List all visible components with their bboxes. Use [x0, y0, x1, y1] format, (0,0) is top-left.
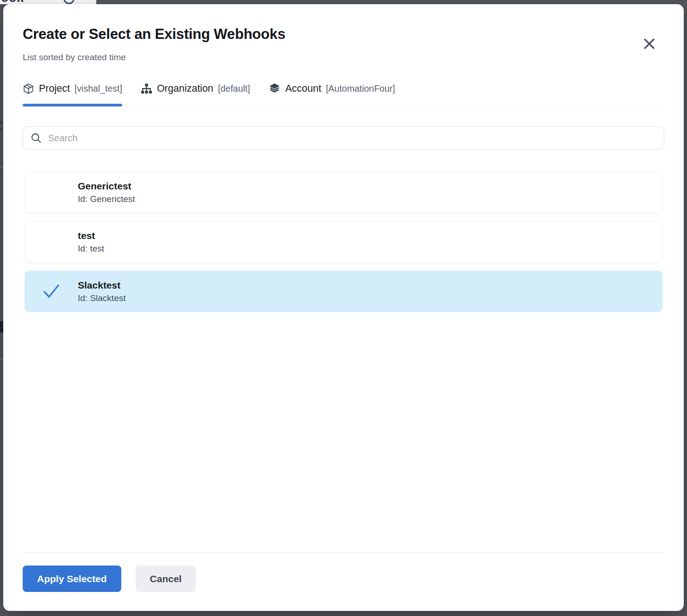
- webhook-id: Id: Generictest: [78, 194, 135, 204]
- underlying-edge-mark: [0, 121, 2, 124]
- list-item-test[interactable]: test Id: test: [25, 221, 662, 263]
- scope-tabs: Project [vishal_test] Organization [defa…: [23, 82, 664, 106]
- underlying-cut-text: ook: [1, 0, 24, 4]
- search-input[interactable]: [42, 127, 664, 149]
- item-text: test Id: test: [78, 230, 104, 254]
- webhook-name: test: [78, 230, 104, 241]
- underlying-edge-mark: [0, 321, 3, 333]
- tab-context: [default]: [218, 83, 250, 94]
- webhook-name: Slacktest: [78, 280, 126, 291]
- tab-context: [vishal_test]: [75, 83, 122, 94]
- list-item-slacktest[interactable]: Slacktest Id: Slacktest: [25, 270, 662, 312]
- modal-title: Create or Select an Existing Webhooks: [23, 26, 285, 43]
- underlying-edge-mark: [0, 128, 2, 131]
- webhook-list: Generictest Id: Generictest test Id: tes…: [25, 171, 662, 320]
- footer-divider: [23, 553, 664, 553]
- item-text: Slacktest Id: Slacktest: [78, 280, 126, 303]
- cancel-button[interactable]: Cancel: [136, 566, 196, 592]
- underlying-edge-mark: [0, 359, 3, 360]
- tab-label: Project: [39, 83, 70, 94]
- underlying-page-fragment: ook: [0, 0, 96, 4]
- close-icon: [643, 38, 656, 50]
- underlying-edge-mark: [0, 335, 3, 336]
- check-slot: [25, 283, 78, 299]
- tab-account[interactable]: Account [AutomationFour]: [269, 82, 395, 105]
- check-slot: [25, 184, 78, 200]
- footer: Apply Selected Cancel: [23, 566, 196, 592]
- webhook-id: Id: test: [78, 244, 104, 254]
- modal-subtitle: List sorted by created time: [23, 52, 126, 63]
- cube-icon: [23, 83, 34, 94]
- underlying-edge-mark: [0, 167, 3, 168]
- item-text: Generictest Id: Generictest: [78, 181, 135, 204]
- tab-organization[interactable]: Organization [default]: [141, 82, 250, 105]
- tab-project[interactable]: Project [vishal_test]: [23, 82, 122, 105]
- webhook-name: Generictest: [78, 181, 135, 192]
- search-box: [23, 126, 664, 150]
- tab-label: Organization: [157, 83, 213, 94]
- webhook-select-modal: Create or Select an Existing Webhooks Li…: [3, 4, 684, 611]
- check-icon: [43, 283, 60, 299]
- check-slot: [25, 234, 78, 250]
- tab-context: [AutomationFour]: [326, 83, 395, 94]
- search-icon: [31, 132, 42, 144]
- webhook-id: Id: Slacktest: [78, 293, 126, 303]
- org-chart-icon: [141, 83, 152, 94]
- list-item-generictest[interactable]: Generictest Id: Generictest: [25, 171, 662, 213]
- tab-label: Account: [285, 83, 321, 94]
- close-button[interactable]: [641, 36, 657, 51]
- info-circle-icon: [63, 0, 75, 4]
- underlying-edge-mark: [0, 56, 3, 57]
- apply-selected-button[interactable]: Apply Selected: [23, 566, 121, 592]
- layers-icon: [269, 82, 281, 94]
